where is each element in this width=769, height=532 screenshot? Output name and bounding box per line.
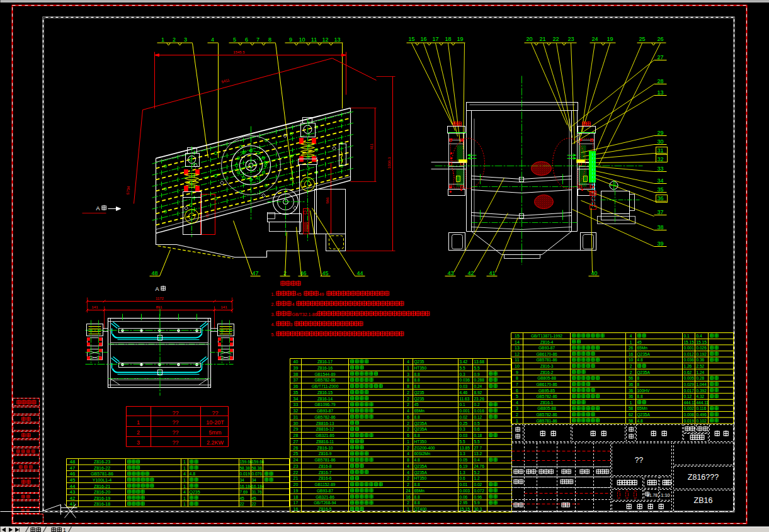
svg-text:1: 1	[161, 37, 164, 43]
svg-text:8.8: 8.8	[414, 482, 420, 487]
svg-text:0.03: 0.03	[460, 433, 468, 438]
svg-text:0.016: 0.016	[474, 409, 485, 413]
svg-text:22: 22	[293, 470, 299, 475]
svg-text:0.24: 0.24	[474, 384, 482, 388]
svg-text:31.78: 31.78	[647, 493, 658, 497]
svg-text:611: 611	[370, 143, 373, 149]
svg-text:36: 36	[629, 388, 634, 393]
svg-text:32: 32	[657, 156, 663, 162]
svg-text:4: 4	[183, 472, 186, 476]
svg-text:586: 586	[326, 197, 329, 204]
svg-text:Z816-5: Z816-5	[319, 507, 332, 511]
svg-text:444.11: 444.11	[684, 400, 697, 405]
svg-text:8: 8	[407, 378, 409, 382]
svg-text:Z816???: Z816???	[688, 473, 719, 482]
svg-text:5: 5	[233, 37, 236, 43]
svg-text:Z816-23: Z816-23	[94, 460, 110, 464]
svg-text:2: 2	[630, 370, 632, 375]
svg-text:28: 28	[657, 78, 663, 84]
svg-text:0.02: 0.02	[474, 482, 482, 487]
svg-text:159.66: 159.66	[252, 460, 265, 464]
svg-text:2: 2	[173, 37, 176, 43]
svg-text:0.6: 0.6	[474, 427, 480, 431]
svg-text:1: 1	[137, 419, 140, 426]
svg-text:43: 43	[70, 489, 76, 495]
svg-text:48: 48	[70, 459, 76, 465]
svg-text:35: 35	[657, 186, 663, 193]
svg-text:32: 32	[293, 409, 299, 413]
svg-text:1036.3: 1036.3	[387, 157, 391, 169]
svg-text:4.46: 4.46	[460, 390, 468, 395]
svg-text:15.15: 15.15	[460, 507, 470, 511]
svg-text:21: 21	[293, 476, 299, 480]
svg-text:20: 20	[293, 482, 299, 487]
svg-text:34: 34	[293, 397, 299, 401]
svg-text:26: 26	[629, 346, 634, 350]
svg-text:36: 36	[629, 394, 634, 399]
svg-text:5.: 5.	[271, 332, 275, 337]
svg-text:31.76: 31.76	[252, 490, 263, 494]
svg-text:6: 6	[407, 433, 409, 438]
svg-text:43: 43	[447, 270, 453, 276]
svg-text:65Mn: 65Mn	[637, 346, 648, 350]
svg-text:0.4: 0.4	[697, 334, 702, 338]
svg-text:8: 8	[268, 37, 271, 43]
svg-text:GB321-86: GB321-86	[316, 495, 334, 499]
svg-text:1: 1	[183, 460, 186, 464]
svg-text:18: 18	[293, 495, 299, 499]
svg-text:16: 16	[293, 507, 299, 511]
svg-text:0.019: 0.019	[684, 419, 695, 423]
svg-text:0.005: 0.005	[684, 376, 695, 380]
svg-text:4.8: 4.8	[414, 458, 420, 462]
svg-text:10: 10	[299, 37, 305, 43]
svg-text:58.38: 58.38	[252, 466, 263, 470]
svg-text:GB321-86: GB321-86	[316, 433, 334, 438]
svg-text:GB805-88: GB805-88	[537, 376, 556, 380]
svg-text:24: 24	[293, 458, 299, 462]
svg-text:Z816-3: Z816-3	[540, 364, 554, 368]
svg-text:0.008: 0.008	[684, 412, 695, 417]
svg-text:2.: 2.	[271, 302, 275, 307]
svg-text:58.38: 58.38	[240, 466, 251, 470]
svg-text:GB1152-89: GB1152-89	[315, 482, 336, 487]
svg-text:Q235A: Q235A	[637, 352, 651, 357]
svg-text:16: 16	[629, 352, 634, 356]
svg-text:2.95: 2.95	[460, 501, 468, 505]
svg-text:Z816-2: Z816-2	[540, 370, 554, 375]
svg-text:42: 42	[70, 495, 76, 501]
svg-text:0.019: 0.019	[240, 472, 251, 476]
svg-text:1:10: 1:10	[661, 492, 670, 498]
svg-text:15.15: 15.15	[697, 340, 707, 344]
svg-text:16.184: 16.184	[240, 484, 253, 489]
svg-text:GB93-87: GB93-87	[538, 346, 555, 350]
svg-text:13.2: 13.2	[474, 451, 482, 456]
svg-text:16: 16	[420, 36, 426, 42]
svg-text:23: 23	[293, 464, 299, 468]
svg-text:16.184: 16.184	[252, 484, 265, 489]
svg-text:1: 1	[183, 478, 186, 482]
svg-text:44: 44	[356, 270, 363, 276]
svg-text:15: 15	[408, 36, 414, 42]
svg-text:QT400: QT400	[414, 507, 427, 512]
svg-text:Z816-9: Z816-9	[319, 451, 332, 456]
svg-text:3.3: 3.3	[460, 451, 465, 456]
svg-text:Z816-6: Z816-6	[319, 476, 332, 480]
svg-text:3: 3	[407, 372, 409, 376]
svg-text:1545.5: 1545.5	[233, 50, 245, 54]
svg-text:39: 39	[293, 366, 299, 370]
svg-text:19: 19	[293, 489, 299, 493]
svg-text:4: 4	[292, 302, 295, 307]
svg-text:0.2: 0.2	[474, 402, 480, 407]
svg-text:6: 6	[516, 388, 518, 393]
svg-text:GB5782-86: GB5782-86	[314, 378, 336, 382]
svg-text:28: 28	[293, 433, 299, 438]
svg-text:0.017: 0.017	[684, 388, 695, 393]
svg-text:1.24: 1.24	[697, 370, 705, 375]
svg-text:2: 2	[407, 390, 409, 395]
svg-text:30.3: 30.3	[474, 507, 482, 511]
svg-text:GB93-87: GB93-87	[317, 489, 333, 493]
svg-text:HT350: HT350	[414, 439, 427, 444]
svg-text:1: 1	[630, 340, 632, 344]
svg-text:34: 34	[657, 178, 663, 184]
svg-text:0.06: 0.06	[460, 495, 468, 499]
